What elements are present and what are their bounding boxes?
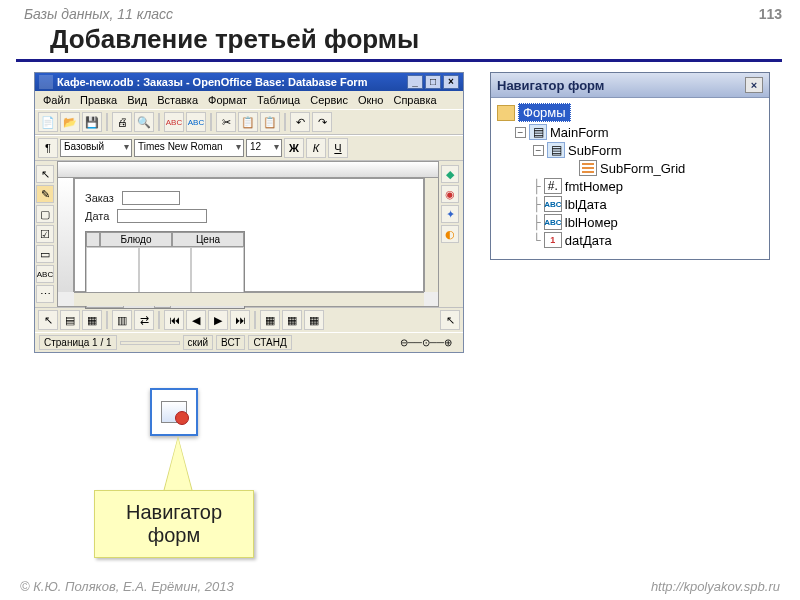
navigator-tree[interactable]: Формы − ▤ MainForm − ▤ SubForm SubForm_G…	[491, 98, 769, 259]
status-page: Страница 1 / 1	[39, 335, 117, 350]
col-dish[interactable]: Блюдо	[100, 232, 172, 247]
row-selector[interactable]	[86, 232, 100, 247]
form-props-icon[interactable]: ▤	[60, 310, 80, 330]
copy-icon[interactable]: 📋	[238, 112, 258, 132]
left-toolbar: ↖ ✎ ▢ ☑ ▭ ABC ⋯	[35, 161, 57, 307]
navigator-close-button[interactable]: ×	[745, 77, 763, 93]
prev-icon[interactable]: ◀	[186, 310, 206, 330]
menu-edit[interactable]: Правка	[76, 93, 121, 107]
gallery-icon[interactable]: ◆	[441, 165, 459, 183]
textfield-icon[interactable]: ▭	[36, 245, 54, 263]
more-controls-icon[interactable]: ⋯	[36, 285, 54, 303]
menu-table[interactable]: Таблица	[253, 93, 304, 107]
open-icon[interactable]: 📂	[60, 112, 80, 132]
callout-tail-fill	[164, 438, 192, 492]
tree-subform-grid[interactable]: SubForm_Grid	[600, 161, 685, 176]
app-window: Кафе-new.odb : Заказы - OpenOffice Base:…	[34, 72, 464, 353]
label-order: Заказ	[85, 192, 114, 204]
vertical-scrollbar[interactable]	[424, 178, 438, 292]
input-date[interactable]	[117, 209, 207, 223]
next-icon[interactable]: ▶	[208, 310, 228, 330]
menu-tools[interactable]: Сервис	[306, 93, 352, 107]
styles-pane-icon[interactable]: ◐	[441, 225, 459, 243]
col-price[interactable]: Цена	[172, 232, 244, 247]
navigator-titlebar[interactable]: Навигатор форм ×	[491, 73, 769, 98]
menu-window[interactable]: Окно	[354, 93, 388, 107]
preview-icon[interactable]: 🔍	[134, 112, 154, 132]
print-icon[interactable]: 🖨	[112, 112, 132, 132]
form-icon: ▤	[529, 124, 547, 140]
tab-order-icon[interactable]: ⇄	[134, 310, 154, 330]
tree-lbl-nomer[interactable]: lblНомер	[565, 215, 618, 230]
menu-help[interactable]: Справка	[389, 93, 440, 107]
toolbar-format: ¶ Базовый Times New Roman 12 Ж К Ч	[35, 135, 463, 161]
add-field-icon[interactable]: ▥	[112, 310, 132, 330]
status-ins[interactable]: ВСТ	[216, 335, 245, 350]
size-combo[interactable]: 12	[246, 139, 282, 157]
status-lang: ский	[183, 335, 214, 350]
numeric-field-icon: #.	[544, 178, 562, 194]
toggle-subform[interactable]: −	[533, 145, 544, 156]
style-combo[interactable]: Базовый	[60, 139, 132, 157]
undo-icon[interactable]: ↶	[290, 112, 310, 132]
guides-icon[interactable]: ↖	[440, 310, 460, 330]
label-icon: ABC	[544, 214, 562, 230]
input-order[interactable]	[122, 191, 180, 205]
paste-icon[interactable]: 📋	[260, 112, 280, 132]
navigator-icon[interactable]: ✦	[441, 205, 459, 223]
header-left: Базы данных, 11 класс	[24, 6, 173, 22]
menu-view[interactable]: Вид	[123, 93, 151, 107]
status-mode[interactable]: СТАНД	[248, 335, 291, 350]
tree-dat-data[interactable]: datДата	[565, 233, 612, 248]
italic-button[interactable]: К	[306, 138, 326, 158]
abc-icon[interactable]: ABC	[186, 112, 206, 132]
checkbox-icon[interactable]: ☑	[36, 225, 54, 243]
form-navigator-icon[interactable]: ▦	[82, 310, 102, 330]
grid-icon2[interactable]: ▦	[282, 310, 302, 330]
menu-insert[interactable]: Вставка	[153, 93, 202, 107]
pointer2-icon[interactable]: ↖	[38, 310, 58, 330]
redo-icon[interactable]: ↷	[312, 112, 332, 132]
tree-connector: ├	[533, 197, 541, 212]
cut-icon[interactable]: ✂	[216, 112, 236, 132]
maximize-button[interactable]: □	[425, 75, 441, 89]
control-icon[interactable]: ▢	[36, 205, 54, 223]
app-icon	[39, 75, 53, 89]
abc-label-icon[interactable]: ABC	[36, 265, 54, 283]
callout-label: Навигатор форм	[94, 490, 254, 558]
font-combo[interactable]: Times New Roman	[134, 139, 244, 157]
bold-button[interactable]: Ж	[284, 138, 304, 158]
ruler-vertical	[58, 178, 74, 292]
design-mode-icon[interactable]: ✎	[36, 185, 54, 203]
window-titlebar[interactable]: Кафе-new.odb : Заказы - OpenOffice Base:…	[35, 73, 463, 91]
pointer-icon[interactable]: ↖	[36, 165, 54, 183]
tree-fmt-nomer[interactable]: fmtНомер	[565, 179, 623, 194]
first-icon[interactable]: ⏮	[164, 310, 184, 330]
folder-icon	[497, 105, 515, 121]
menu-format[interactable]: Формат	[204, 93, 251, 107]
styles-icon[interactable]: ¶	[38, 138, 58, 158]
toggle-mainform[interactable]: −	[515, 127, 526, 138]
tree-root[interactable]: Формы	[518, 103, 571, 122]
grid-icon3[interactable]: ▦	[304, 310, 324, 330]
spellcheck-icon[interactable]: ABC	[164, 112, 184, 132]
underline-button[interactable]: Ч	[328, 138, 348, 158]
form-nav-toolbar: ↖ ▤ ▦ ▥ ⇄ ⏮ ◀ ▶ ⏭ ▦ ▦ ▦ ↖	[35, 307, 463, 332]
ruler-horizontal	[58, 162, 438, 178]
new-icon[interactable]: 📄	[38, 112, 58, 132]
grid-icon1[interactable]: ▦	[260, 310, 280, 330]
last-icon[interactable]: ⏭	[230, 310, 250, 330]
tree-subform[interactable]: SubForm	[568, 143, 621, 158]
tree-connector: ├	[533, 179, 541, 194]
data-sources-icon[interactable]: ◉	[441, 185, 459, 203]
close-button[interactable]: ×	[443, 75, 459, 89]
form-canvas[interactable]: Заказ Дата Блюдо Цена	[74, 178, 424, 292]
tree-lbl-data[interactable]: lblДата	[565, 197, 607, 212]
minimize-button[interactable]: _	[407, 75, 423, 89]
form-navigator-panel: Навигатор форм × Формы − ▤ MainForm − ▤ …	[490, 72, 770, 260]
menu-bar[interactable]: Файл Правка Вид Вставка Формат Таблица С…	[35, 91, 463, 109]
horizontal-scrollbar[interactable]	[74, 292, 424, 306]
save-icon[interactable]: 💾	[82, 112, 102, 132]
menu-file[interactable]: Файл	[39, 93, 74, 107]
tree-mainform[interactable]: MainForm	[550, 125, 609, 140]
